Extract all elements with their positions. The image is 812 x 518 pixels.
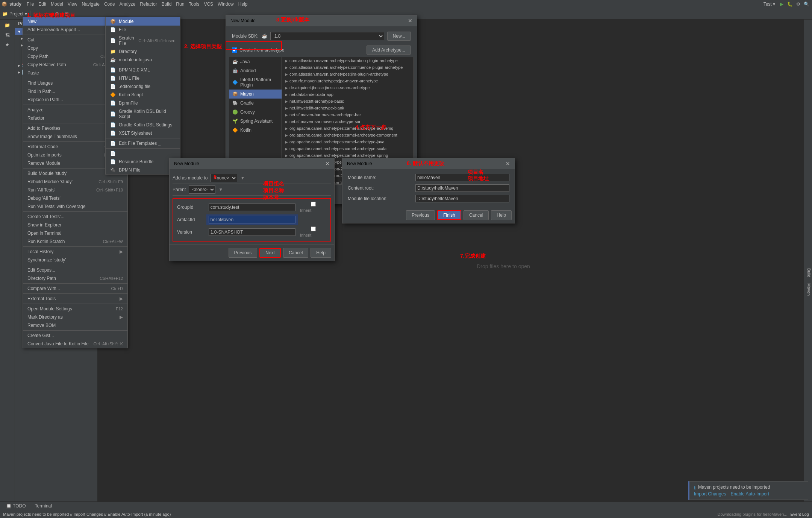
menu-view[interactable]: View xyxy=(65,1,80,8)
dialog3-help-btn[interactable]: Help xyxy=(491,210,512,220)
menu-tools[interactable]: Tools xyxy=(186,1,201,8)
sub-bpmnfile[interactable]: 📄 BpmnFile xyxy=(106,99,180,107)
ctx-convert-java[interactable]: Convert Java File to Kotlin File Ctrl+Al… xyxy=(23,340,127,348)
ctx-create-tests[interactable]: Create 'All Tests'... xyxy=(23,213,127,221)
sub-bpmn[interactable]: 📄 BPMN 2.0 XML xyxy=(106,66,180,74)
content-root-input[interactable] xyxy=(415,184,509,192)
enable-autoimport-link[interactable]: Enable Auto-Import xyxy=(730,491,769,497)
arch-confluence[interactable]: ▶ com.atlassian.maven.archetypes:conflue… xyxy=(282,64,414,71)
arch-camel-scala[interactable]: ▶ org.apache.camel.archetypes:camel-arch… xyxy=(282,145,414,152)
menu-run[interactable]: Run xyxy=(174,1,186,8)
sub-scratch[interactable]: 📄 Scratch File Ctrl+Alt+Shift+Insert xyxy=(106,34,180,47)
arch-sar[interactable]: ▶ net.sf.maven-sar:maven-archetype-sar xyxy=(282,118,414,125)
ctx-debug-all[interactable]: Debug 'All Tests' xyxy=(23,194,127,202)
arch-har[interactable]: ▶ net.sf.maven-har:maven-archetype-har xyxy=(282,111,414,118)
menu-help[interactable]: Help xyxy=(236,1,250,8)
version-inherit[interactable] xyxy=(300,226,327,231)
dialog3-close[interactable]: ✕ xyxy=(506,161,510,167)
ctx-local-history[interactable]: Local History ▶ xyxy=(23,248,127,256)
sdk-select[interactable]: 1.8 11 17 xyxy=(270,32,384,40)
sub-xslt[interactable]: 📄 XSLT Stylesheet xyxy=(106,129,180,137)
toolbar-right[interactable]: Test ▾ xyxy=(761,1,777,8)
sub-gradle-settings[interactable]: 📄 Gradle Kotlin DSL Settings xyxy=(106,121,180,129)
sub-file[interactable]: 📄 File xyxy=(106,26,180,34)
project-dropdown[interactable]: 📁 Project ▾ xyxy=(2,11,27,17)
arch-dataapp[interactable]: ▶ net.databinder:data-app xyxy=(282,91,414,98)
ctx-dir-path[interactable]: Directory Path Ctrl+Alt+F12 xyxy=(23,274,127,283)
menu-navigate[interactable]: Navigate xyxy=(80,1,102,8)
module-name-input[interactable] xyxy=(415,174,509,181)
version-input[interactable] xyxy=(209,228,295,236)
sub-module[interactable]: 📦 Module xyxy=(106,17,180,26)
arch-seam[interactable]: ▶ de.akquinet.jbossc:jbosscc-seam-archet… xyxy=(282,84,414,91)
event-log[interactable]: Event Log xyxy=(790,512,809,516)
sidebar-project-btn[interactable]: 📁 xyxy=(3,21,12,29)
run-btn[interactable]: ▶ xyxy=(777,0,786,8)
ctx-show-explorer[interactable]: Show in Explorer xyxy=(23,221,127,229)
add-archetype-btn[interactable]: Add Archetype... xyxy=(367,46,411,55)
sub-html[interactable]: 📄 HTML File xyxy=(106,74,180,82)
arch-camel-amq[interactable]: ▶ org.apache.camel.archetypes:camel-arch… xyxy=(282,125,414,132)
terminal-tab[interactable]: Terminal xyxy=(32,502,55,510)
arch-lift-basic[interactable]: ▶ net.liftweb:lift-archetype-basic xyxy=(282,98,414,105)
menu-code[interactable]: Code xyxy=(102,1,117,8)
settings-btn[interactable]: ⚙ xyxy=(794,0,802,8)
sub-edit-templates[interactable]: 📄 Edit File Templates _ xyxy=(106,139,180,147)
menu-build[interactable]: Build xyxy=(159,1,174,8)
dialog3-prev-btn[interactable]: Previous xyxy=(406,210,435,220)
menu-edit[interactable]: Edit xyxy=(36,1,48,8)
arch-jpa[interactable]: ▶ com.rfc.maven.archetypes:jpa-maven-arc… xyxy=(282,77,414,84)
arch-camel-java[interactable]: ▶ org.apache.camel.archetypes:camel-arch… xyxy=(282,138,414,145)
arch-lift-blank[interactable]: ▶ net.liftweb:lift-archetype-blank xyxy=(282,105,414,111)
dialog3-finish-btn[interactable]: Finish xyxy=(437,210,461,220)
arch-bamboo[interactable]: ▶ com.atlassian.maven.archetypes:bamboo-… xyxy=(282,57,414,64)
artifactid-input[interactable] xyxy=(209,216,295,223)
ctx-run-all[interactable]: Run 'All Tests' Ctrl+Shift+F10 xyxy=(23,186,127,194)
sub-directory[interactable]: 📁 Directory xyxy=(106,47,180,56)
sub-kotlin-script[interactable]: 🔶 Kotlin Script xyxy=(106,91,180,99)
ctx-run-coverage[interactable]: Run 'All Tests' with Coverage xyxy=(23,202,127,211)
arch-camel-comp[interactable]: ▶ org.apache.camel.archetypes:camel-arch… xyxy=(282,132,414,138)
ctx-edit-scopes[interactable]: Edit Scopes... xyxy=(23,266,127,274)
debug-btn[interactable]: 🐛 xyxy=(786,0,794,8)
menu-vcs[interactable]: VCS xyxy=(201,1,215,8)
type-gradle[interactable]: 🐘 Gradle xyxy=(229,99,282,108)
ctx-rebuild[interactable]: Rebuild Module 'study' Ctrl+Shift+F9 xyxy=(23,178,127,186)
menu-refactor[interactable]: Refactor xyxy=(138,1,159,8)
ctx-mark-dir[interactable]: Mark Directory as ▶ xyxy=(23,313,127,321)
sub-resource-bundle[interactable]: 📄 xyxy=(106,149,180,158)
sidebar-favorites-btn[interactable]: ★ xyxy=(3,41,12,49)
todo-tab[interactable]: 🔲 TODO xyxy=(3,502,29,510)
dialog2-cancel-btn[interactable]: Cancel xyxy=(283,248,308,258)
ctx-open-terminal[interactable]: Open in Terminal xyxy=(23,229,127,237)
sidebar-structure-btn[interactable]: 🏗 xyxy=(3,31,12,39)
project-label[interactable]: Project ▾ xyxy=(9,11,27,17)
type-groovy[interactable]: 🟢 Groovy xyxy=(229,108,282,117)
ctx-module-settings[interactable]: Open Module Settings F12 xyxy=(23,305,127,313)
sub-module-info[interactable]: ☕ module-info.java xyxy=(106,56,180,64)
ctx-synchronize[interactable]: Synchronize 'study' xyxy=(23,256,127,264)
type-kotlin[interactable]: 🔶 Kotlin xyxy=(229,126,282,135)
ctx-compare[interactable]: Compare With... Ctrl+D xyxy=(23,284,127,293)
type-spring[interactable]: 🌱 Spring Assistant xyxy=(229,117,282,126)
menu-window[interactable]: Window xyxy=(215,1,236,8)
sdk-new-btn[interactable]: New... xyxy=(387,32,411,41)
ctx-run-kotlin[interactable]: Run Kotlin Scratch Ctrl+Alt+W xyxy=(23,237,127,246)
type-maven[interactable]: 📦 Maven xyxy=(229,90,282,99)
add-module-select[interactable]: <none> xyxy=(211,174,237,182)
parent-expand-btn[interactable]: ▼ xyxy=(218,187,223,192)
import-changes-link[interactable]: Import Changes xyxy=(694,491,726,497)
sub-editorconfig[interactable]: 📄 .editorconfig file xyxy=(106,82,180,91)
menu-file[interactable]: File xyxy=(24,1,36,8)
dialog2-prev-btn[interactable]: Previous xyxy=(229,248,258,258)
dialog2-help-btn[interactable]: Help xyxy=(311,248,331,258)
parent-select[interactable]: <none> xyxy=(189,185,215,194)
expand-btn[interactable]: ▼ xyxy=(240,175,245,181)
right-tab-maven[interactable]: Maven xyxy=(806,282,812,297)
sub-gradle-build[interactable]: 📄 Gradle Kotlin DSL Build Script xyxy=(106,107,180,121)
groupid-inherit[interactable] xyxy=(300,202,327,207)
dialog3-cancel-btn[interactable]: Cancel xyxy=(464,210,489,220)
ctx-remove-bom[interactable]: Remove BOM xyxy=(23,321,127,330)
type-intellij[interactable]: 🔷 IntelliJ Platform Plugin xyxy=(229,75,282,90)
dialog2-next-btn[interactable]: Next xyxy=(259,248,281,258)
